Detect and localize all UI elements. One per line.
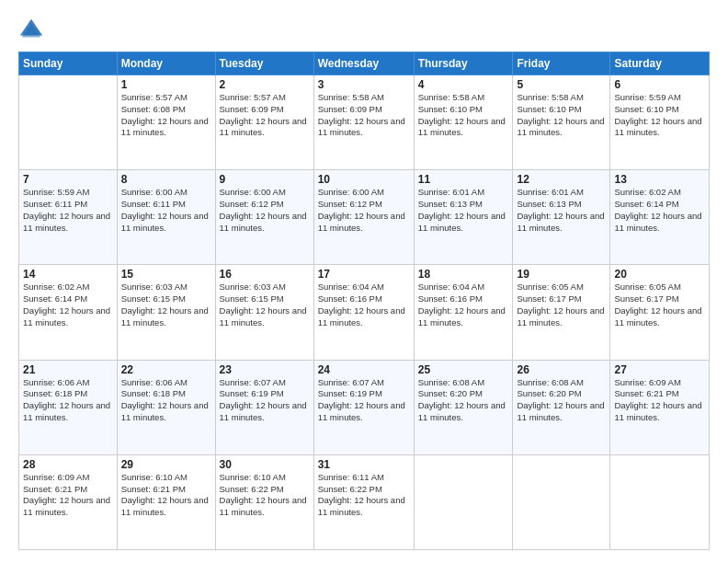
day-header-sunday: Sunday bbox=[19, 52, 118, 75]
day-info: Sunrise: 6:08 AM Sunset: 6:20 PM Dayligh… bbox=[418, 377, 509, 424]
day-cell: 21Sunrise: 6:06 AM Sunset: 6:18 PM Dayli… bbox=[19, 360, 118, 454]
day-cell bbox=[610, 454, 710, 549]
day-info: Sunrise: 5:59 AM Sunset: 6:10 PM Dayligh… bbox=[614, 92, 705, 139]
day-info: Sunrise: 5:59 AM Sunset: 6:11 PM Dayligh… bbox=[23, 187, 113, 234]
day-cell: 30Sunrise: 6:10 AM Sunset: 6:22 PM Dayli… bbox=[215, 454, 313, 549]
day-info: Sunrise: 6:03 AM Sunset: 6:15 PM Dayligh… bbox=[220, 282, 310, 328]
day-cell: 3Sunrise: 5:58 AM Sunset: 6:09 PM Daylig… bbox=[313, 75, 414, 170]
day-cell: 16Sunrise: 6:03 AM Sunset: 6:15 PM Dayli… bbox=[215, 265, 313, 360]
day-info: Sunrise: 6:08 AM Sunset: 6:20 PM Dayligh… bbox=[517, 377, 606, 424]
day-cell bbox=[19, 75, 118, 170]
day-number: 16 bbox=[220, 268, 310, 281]
day-cell: 31Sunrise: 6:11 AM Sunset: 6:22 PM Dayli… bbox=[313, 454, 414, 549]
day-header-tuesday: Tuesday bbox=[215, 52, 313, 75]
day-number: 2 bbox=[220, 78, 310, 91]
day-cell: 22Sunrise: 6:06 AM Sunset: 6:18 PM Dayli… bbox=[117, 360, 215, 454]
day-number: 11 bbox=[418, 173, 509, 186]
day-info: Sunrise: 6:09 AM Sunset: 6:21 PM Dayligh… bbox=[614, 377, 705, 424]
day-cell: 13Sunrise: 6:02 AM Sunset: 6:14 PM Dayli… bbox=[610, 170, 710, 265]
week-row-1: 1Sunrise: 5:57 AM Sunset: 6:08 PM Daylig… bbox=[19, 75, 710, 170]
day-number: 12 bbox=[517, 173, 606, 186]
day-info: Sunrise: 5:57 AM Sunset: 6:09 PM Dayligh… bbox=[220, 92, 310, 139]
week-row-2: 7Sunrise: 5:59 AM Sunset: 6:11 PM Daylig… bbox=[19, 170, 710, 265]
calendar-table: SundayMondayTuesdayWednesdayThursdayFrid… bbox=[18, 52, 710, 550]
day-info: Sunrise: 6:07 AM Sunset: 6:19 PM Dayligh… bbox=[220, 377, 310, 424]
day-cell: 23Sunrise: 6:07 AM Sunset: 6:19 PM Dayli… bbox=[215, 360, 313, 454]
day-number: 27 bbox=[614, 363, 705, 376]
week-row-3: 14Sunrise: 6:02 AM Sunset: 6:14 PM Dayli… bbox=[19, 265, 710, 360]
day-cell: 2Sunrise: 5:57 AM Sunset: 6:09 PM Daylig… bbox=[215, 75, 313, 170]
day-number: 28 bbox=[23, 458, 113, 471]
day-cell: 29Sunrise: 6:10 AM Sunset: 6:21 PM Dayli… bbox=[117, 454, 215, 549]
day-info: Sunrise: 6:11 AM Sunset: 6:22 PM Dayligh… bbox=[318, 472, 410, 519]
day-number: 15 bbox=[121, 268, 211, 281]
day-number: 23 bbox=[220, 363, 310, 376]
day-cell: 17Sunrise: 6:04 AM Sunset: 6:16 PM Dayli… bbox=[313, 265, 414, 360]
day-info: Sunrise: 6:06 AM Sunset: 6:18 PM Dayligh… bbox=[121, 377, 211, 424]
day-info: Sunrise: 6:04 AM Sunset: 6:16 PM Dayligh… bbox=[318, 282, 410, 328]
day-info: Sunrise: 6:05 AM Sunset: 6:17 PM Dayligh… bbox=[517, 282, 606, 328]
day-cell: 1Sunrise: 5:57 AM Sunset: 6:08 PM Daylig… bbox=[117, 75, 215, 170]
day-number: 10 bbox=[318, 173, 410, 186]
day-number: 6 bbox=[614, 78, 705, 91]
day-header-wednesday: Wednesday bbox=[313, 52, 414, 75]
day-info: Sunrise: 5:57 AM Sunset: 6:08 PM Dayligh… bbox=[121, 92, 211, 139]
day-number: 9 bbox=[220, 173, 310, 186]
day-number: 24 bbox=[318, 363, 410, 376]
day-number: 14 bbox=[23, 268, 113, 281]
day-cell: 25Sunrise: 6:08 AM Sunset: 6:20 PM Dayli… bbox=[414, 360, 513, 454]
day-info: Sunrise: 6:02 AM Sunset: 6:14 PM Dayligh… bbox=[23, 282, 113, 328]
day-number: 13 bbox=[614, 173, 705, 186]
day-cell: 14Sunrise: 6:02 AM Sunset: 6:14 PM Dayli… bbox=[19, 265, 118, 360]
day-info: Sunrise: 6:02 AM Sunset: 6:14 PM Dayligh… bbox=[614, 187, 705, 234]
day-cell: 18Sunrise: 6:04 AM Sunset: 6:16 PM Dayli… bbox=[414, 265, 513, 360]
day-number: 8 bbox=[121, 173, 211, 186]
logo bbox=[18, 17, 48, 42]
day-info: Sunrise: 6:03 AM Sunset: 6:15 PM Dayligh… bbox=[121, 282, 211, 328]
day-cell: 8Sunrise: 6:00 AM Sunset: 6:11 PM Daylig… bbox=[117, 170, 215, 265]
day-number: 21 bbox=[23, 363, 113, 376]
day-cell: 11Sunrise: 6:01 AM Sunset: 6:13 PM Dayli… bbox=[414, 170, 513, 265]
day-cell bbox=[414, 454, 513, 549]
day-info: Sunrise: 6:07 AM Sunset: 6:19 PM Dayligh… bbox=[318, 377, 410, 424]
day-cell: 20Sunrise: 6:05 AM Sunset: 6:17 PM Dayli… bbox=[610, 265, 710, 360]
day-header-friday: Friday bbox=[513, 52, 610, 75]
day-info: Sunrise: 6:09 AM Sunset: 6:21 PM Dayligh… bbox=[23, 472, 113, 519]
day-number: 19 bbox=[517, 268, 606, 281]
day-cell: 10Sunrise: 6:00 AM Sunset: 6:12 PM Dayli… bbox=[313, 170, 414, 265]
header-row: SundayMondayTuesdayWednesdayThursdayFrid… bbox=[19, 52, 710, 75]
day-cell: 15Sunrise: 6:03 AM Sunset: 6:15 PM Dayli… bbox=[117, 265, 215, 360]
day-number: 3 bbox=[318, 78, 410, 91]
day-info: Sunrise: 6:10 AM Sunset: 6:21 PM Dayligh… bbox=[121, 472, 211, 519]
day-info: Sunrise: 6:00 AM Sunset: 6:11 PM Dayligh… bbox=[121, 187, 211, 234]
day-number: 25 bbox=[418, 363, 509, 376]
day-info: Sunrise: 5:58 AM Sunset: 6:10 PM Dayligh… bbox=[517, 92, 606, 139]
day-number: 7 bbox=[23, 173, 113, 186]
day-info: Sunrise: 6:01 AM Sunset: 6:13 PM Dayligh… bbox=[517, 187, 606, 234]
day-cell: 9Sunrise: 6:00 AM Sunset: 6:12 PM Daylig… bbox=[215, 170, 313, 265]
day-number: 30 bbox=[220, 458, 310, 471]
header bbox=[18, 17, 710, 42]
day-cell: 19Sunrise: 6:05 AM Sunset: 6:17 PM Dayli… bbox=[513, 265, 610, 360]
day-number: 31 bbox=[318, 458, 410, 471]
day-info: Sunrise: 6:01 AM Sunset: 6:13 PM Dayligh… bbox=[418, 187, 509, 234]
day-info: Sunrise: 6:00 AM Sunset: 6:12 PM Dayligh… bbox=[220, 187, 310, 234]
day-number: 20 bbox=[614, 268, 705, 281]
logo-icon bbox=[18, 17, 44, 42]
day-cell: 12Sunrise: 6:01 AM Sunset: 6:13 PM Dayli… bbox=[513, 170, 610, 265]
day-info: Sunrise: 6:10 AM Sunset: 6:22 PM Dayligh… bbox=[220, 472, 310, 519]
day-cell: 5Sunrise: 5:58 AM Sunset: 6:10 PM Daylig… bbox=[513, 75, 610, 170]
week-row-4: 21Sunrise: 6:06 AM Sunset: 6:18 PM Dayli… bbox=[19, 360, 710, 454]
day-cell: 7Sunrise: 5:59 AM Sunset: 6:11 PM Daylig… bbox=[19, 170, 118, 265]
day-number: 26 bbox=[517, 363, 606, 376]
day-header-saturday: Saturday bbox=[610, 52, 710, 75]
day-info: Sunrise: 5:58 AM Sunset: 6:09 PM Dayligh… bbox=[318, 92, 410, 139]
day-number: 29 bbox=[121, 458, 211, 471]
day-number: 1 bbox=[121, 78, 211, 91]
day-cell: 4Sunrise: 5:58 AM Sunset: 6:10 PM Daylig… bbox=[414, 75, 513, 170]
day-info: Sunrise: 6:04 AM Sunset: 6:16 PM Dayligh… bbox=[418, 282, 509, 328]
day-cell: 26Sunrise: 6:08 AM Sunset: 6:20 PM Dayli… bbox=[513, 360, 610, 454]
day-header-monday: Monday bbox=[117, 52, 215, 75]
day-cell bbox=[513, 454, 610, 549]
day-info: Sunrise: 6:00 AM Sunset: 6:12 PM Dayligh… bbox=[318, 187, 410, 234]
